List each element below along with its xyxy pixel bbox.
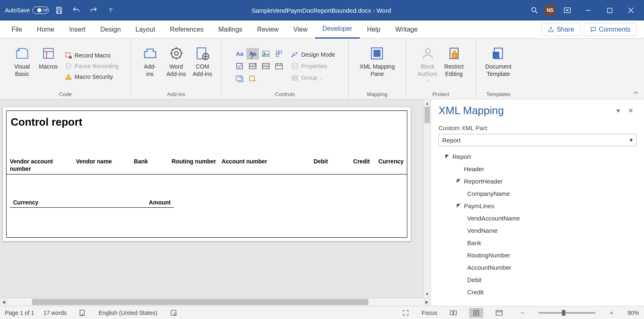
dropdown-control-icon[interactable] xyxy=(260,60,272,72)
scroll-right-icon[interactable]: ▶ xyxy=(423,298,431,306)
restrict-editing-button[interactable]: Restrict Editing xyxy=(442,44,466,89)
col-vendor-name[interactable]: Vendor name xyxy=(76,158,132,172)
hscroll-thumb[interactable] xyxy=(32,299,368,305)
web-layout-icon[interactable] xyxy=(492,308,506,318)
picture-control-icon[interactable] xyxy=(260,48,272,60)
col-debit[interactable]: Debit xyxy=(288,158,328,172)
ribbon-tabs: File Home Insert Design Layout Reference… xyxy=(0,21,644,39)
zoom-in-icon[interactable]: + xyxy=(605,308,619,318)
print-layout-icon[interactable] xyxy=(469,308,483,318)
com-addins-button[interactable]: COM Add-ins xyxy=(190,44,215,89)
visual-basic-button[interactable]: Visual Basic xyxy=(10,44,34,89)
redo-icon[interactable] xyxy=(87,3,100,17)
col-routing[interactable]: Routing number xyxy=(172,158,220,172)
document-template-button[interactable]: WDocument Template xyxy=(483,44,514,89)
focus-mode-button[interactable] xyxy=(399,308,413,318)
tab-home[interactable]: Home xyxy=(30,21,62,39)
focus-label[interactable]: Focus xyxy=(422,310,437,316)
status-page[interactable]: Page 1 of 1 xyxy=(5,310,34,316)
col-account[interactable]: Account number xyxy=(222,158,286,172)
date-control-icon[interactable] xyxy=(273,60,285,72)
search-icon[interactable] xyxy=(525,2,544,18)
tree-node-accountnumber[interactable]: AccountNumber xyxy=(438,261,637,273)
tab-design[interactable]: Design xyxy=(93,21,128,39)
scroll-down-icon[interactable]: ▼ xyxy=(424,290,431,298)
undo-icon[interactable] xyxy=(69,3,83,17)
xml-mapping-button[interactable]: XML Mapping Pane xyxy=(357,44,397,89)
scroll-up-icon[interactable]: ▲ xyxy=(424,99,431,107)
zoom-slider[interactable] xyxy=(538,312,596,314)
col-bank[interactable]: Bank xyxy=(134,158,170,172)
tree-node-report[interactable]: Report xyxy=(438,150,637,163)
page[interactable]: Control report Vendor account number Ven… xyxy=(2,107,411,241)
status-language[interactable]: English (United States) xyxy=(98,310,157,316)
pane-options-icon[interactable]: ▾ xyxy=(612,105,624,117)
horizontal-scrollbar[interactable]: ◀ ▶ xyxy=(0,298,431,306)
record-macro-button[interactable]: Record Macro xyxy=(62,50,121,60)
xml-part-select[interactable]: Report ▾ xyxy=(438,134,637,146)
tree-node-reportheader[interactable]: ReportHeader xyxy=(438,175,637,187)
word-addins-button[interactable]: Word Add-ins xyxy=(164,44,189,89)
doc-heading[interactable]: Control report xyxy=(7,111,407,130)
ribbon-display-icon[interactable] xyxy=(558,2,577,18)
checkbox-control-icon[interactable] xyxy=(233,60,246,72)
legacy-tools-icon[interactable] xyxy=(247,73,259,84)
minimize-icon[interactable] xyxy=(578,2,598,18)
tab-writage[interactable]: Writage xyxy=(388,21,425,39)
col-credit[interactable]: Credit xyxy=(329,158,370,172)
maximize-icon[interactable] xyxy=(600,2,619,18)
close-icon[interactable] xyxy=(621,2,641,18)
xml-pane-title: XML Mapping xyxy=(438,104,612,117)
autosave-toggle[interactable]: AutoSave Off xyxy=(5,7,49,14)
comments-button[interactable]: Comments xyxy=(584,23,637,36)
read-mode-icon[interactable] xyxy=(446,308,460,318)
macros-button[interactable]: Macros xyxy=(36,44,61,89)
zoom-value[interactable]: 90% xyxy=(628,310,639,316)
rich-text-control-icon[interactable]: Aa xyxy=(233,48,246,60)
tree-node-debit[interactable]: Debit xyxy=(438,273,637,286)
building-block-control-icon[interactable] xyxy=(273,48,285,60)
customize-qat-icon[interactable] xyxy=(104,3,118,17)
pause-recording-label: Pause Recording xyxy=(75,63,119,69)
combobox-control-icon[interactable] xyxy=(247,60,259,72)
share-button[interactable]: Share xyxy=(541,23,580,36)
scroll-thumb[interactable] xyxy=(425,107,430,123)
zoom-out-icon[interactable]: − xyxy=(515,308,529,318)
tree-node-credit[interactable]: Credit xyxy=(438,286,637,298)
pane-close-icon[interactable]: ✕ xyxy=(624,105,637,117)
tree-node-routingnumber[interactable]: RoutingNumber xyxy=(438,249,637,261)
design-mode-button[interactable]: Design Mode xyxy=(290,50,336,60)
macro-security-button[interactable]: Macro Security xyxy=(62,72,121,82)
macro-status-icon[interactable] xyxy=(167,308,180,318)
save-icon[interactable] xyxy=(52,3,66,17)
addins-button[interactable]: Add- ins xyxy=(138,44,162,89)
tab-file[interactable]: File xyxy=(4,21,30,39)
tree-node-header[interactable]: Header xyxy=(438,163,637,175)
tab-help[interactable]: Help xyxy=(360,21,388,39)
col-currency[interactable]: Currency xyxy=(372,158,404,172)
scroll-left-icon[interactable]: ◀ xyxy=(0,298,7,306)
tree-node-vendaccountname[interactable]: VendAccountName xyxy=(438,212,637,224)
vertical-scrollbar[interactable]: ▲ ▼ xyxy=(423,99,431,298)
spelling-icon[interactable] xyxy=(75,308,89,318)
status-words[interactable]: 17 words xyxy=(43,310,67,316)
repeating-control-icon[interactable] xyxy=(233,73,246,84)
tree-node-vendname[interactable]: VendName xyxy=(438,224,637,236)
tab-view[interactable]: View xyxy=(286,21,315,39)
tab-layout[interactable]: Layout xyxy=(128,21,162,39)
col-currency2[interactable]: Currency xyxy=(13,199,137,206)
collapse-ribbon-icon[interactable] xyxy=(628,39,644,99)
tab-review[interactable]: Review xyxy=(250,21,286,39)
tree-node-companyname[interactable]: CompanyName xyxy=(438,187,637,200)
svg-rect-14 xyxy=(276,51,279,53)
tab-insert[interactable]: Insert xyxy=(62,21,93,39)
tab-developer[interactable]: Developer xyxy=(315,21,360,39)
tab-mailings[interactable]: Mailings xyxy=(211,21,250,39)
user-avatar[interactable]: NS xyxy=(544,4,556,16)
col-amount[interactable]: Amount xyxy=(139,199,171,206)
tree-node-bank[interactable]: Bank xyxy=(438,236,637,249)
tree-node-paymlines[interactable]: PaymLines xyxy=(438,200,637,212)
col-vendor-account[interactable]: Vendor account number xyxy=(10,158,74,172)
tab-references[interactable]: References xyxy=(162,21,211,39)
plain-text-control-icon[interactable]: Aa xyxy=(247,48,259,60)
